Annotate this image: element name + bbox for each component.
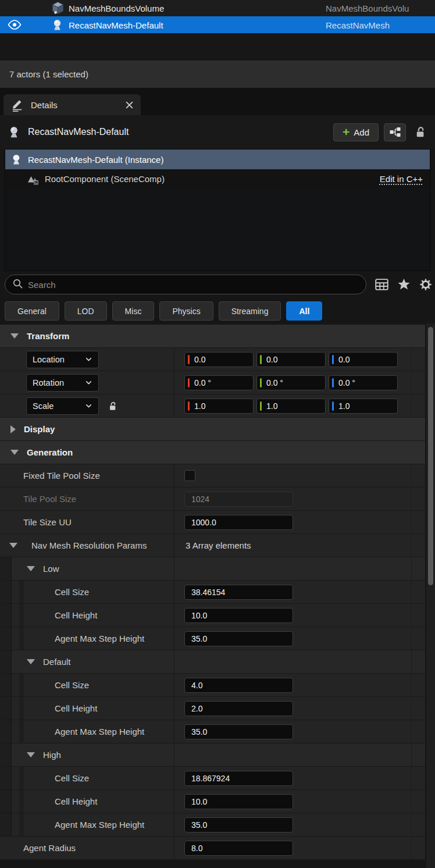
property-label: Cell Height [55,703,97,713]
property-grid: Transform Location0.00.00.0Rotation0.0 °… [0,325,425,860]
convert-to-blueprint-button[interactable] [384,123,406,141]
axis-value-input[interactable]: 0.0 ° [329,375,398,390]
value-input-cell-height[interactable]: 10.0 [184,608,293,623]
property-row-high[interactable]: High [0,744,425,767]
rotation-dropdown[interactable]: Rotation [26,374,99,392]
property-label: Tile Size UU [23,517,72,527]
indent-guide [19,627,24,650]
expander-icon[interactable] [27,659,35,664]
value-text: 10.0 [191,611,207,620]
property-row-nav-mesh-resolution-params[interactable]: Nav Mesh Resolution Params3 Array elemen… [0,534,425,557]
filter-streaming[interactable]: Streaming [219,301,281,321]
axis-value-input[interactable]: 0.0 [256,352,326,367]
value-input-tile-pool-size[interactable]: 1024 [184,492,293,507]
value-input-tile-size-uu[interactable]: 1000.0 [184,515,293,530]
value-input-cell-height[interactable]: 10.0 [184,794,293,809]
axis-value-input[interactable]: 1.0 [256,399,326,414]
section-label: Display [24,424,55,434]
filter-physics[interactable]: Physics [159,301,213,321]
filter-all[interactable]: All [286,301,322,321]
transform-row-rotation: Rotation0.0 °0.0 °0.0 ° [0,371,425,394]
add-button-label: Add [354,127,369,137]
expander-icon[interactable] [10,450,19,455]
property-row-cell-height: Cell Height10.0 [0,790,425,813]
property-label: Agent Radius [23,843,76,853]
chevron-down-icon [85,355,92,363]
axis-color-bar [260,355,262,364]
indent-guide [19,790,24,813]
search-input[interactable] [28,280,358,290]
value-input-agent-max-step-height[interactable]: 35.0 [184,724,293,739]
property-label: Tile Pool Size [23,494,76,504]
component-row-instance[interactable]: RecastNavMesh-Default (Instance) [5,150,430,169]
tab-details[interactable]: Details [3,94,141,115]
favorites-star-icon[interactable] [397,278,411,292]
component-row-rootcomponent[interactable]: C RootComponent (SceneComp) Edit in C++ [5,169,430,188]
axis-color-bar [260,378,262,387]
value-input-cell-size[interactable]: 18.867924 [184,771,293,786]
property-row-agent-max-step-height: Agent Max Step Height35.0 [0,813,425,837]
property-row-low[interactable]: Low [0,557,425,581]
property-row-cell-size: Cell Size18.867924 [0,767,425,790]
visibility-eye-icon[interactable] [8,20,22,32]
axis-value: 0.0 [338,355,350,364]
value-text: 8.0 [191,844,202,853]
value-input-agent-radius[interactable]: 8.0 [184,841,293,856]
expander-icon[interactable] [9,543,17,548]
value-input-agent-max-step-height[interactable]: 35.0 [184,817,293,833]
plus-icon: + [343,126,350,138]
details-header: RecastNavMesh-Default + Add [0,115,435,149]
expander-icon[interactable] [27,566,35,571]
close-icon[interactable] [126,101,133,109]
value-text: 10.0 [191,797,207,806]
axis-value: 0.0 [194,355,205,364]
value-text: 1000.0 [191,518,216,527]
search-box[interactable] [5,275,366,294]
value-input-cell-size[interactable]: 4.0 [184,678,293,693]
expander-icon[interactable] [10,333,19,339]
indent-guide [0,581,12,603]
axis-color-bar [332,401,334,411]
expander-icon[interactable] [10,425,16,433]
section-display[interactable]: Display [0,418,425,441]
add-component-button[interactable]: + Add [333,123,379,141]
indent-guide [19,767,24,789]
value-input-cell-height[interactable]: 2.0 [184,701,293,716]
axis-value-input[interactable]: 0.0 [184,352,254,367]
axis-value-input[interactable]: 1.0 [184,399,254,414]
value-input-cell-size[interactable]: 38.46154 [184,585,293,600]
edit-in-cpp-link[interactable]: Edit in C++ [380,174,425,184]
outliner-row-navmeshboundsvolume[interactable]: NavMeshBoundsVolume NavMeshBoundsVolu [0,0,435,16]
axis-value-input[interactable]: 1.0 [329,399,398,414]
display-options-grid-icon[interactable] [375,278,388,292]
section-transform[interactable]: Transform [0,325,425,348]
settings-gear-icon[interactable] [419,278,432,292]
property-label: Nav Mesh Resolution Params [31,540,147,550]
property-label: Agent Max Step Height [55,634,144,643]
outliner-row-recastnavmesh[interactable]: RecastNavMesh-Default RecastNavMesh [0,16,435,33]
value-text: 35.0 [191,820,207,830]
indent-guide [0,790,12,813]
scale-lock-open-icon[interactable] [108,401,117,411]
value-input-agent-max-step-height[interactable]: 35.0 [184,631,293,646]
actor-pawn-icon [10,154,22,165]
filter-lod[interactable]: LOD [65,301,107,321]
actor-pawn-icon [51,19,63,33]
axis-value-input[interactable]: 0.0 ° [256,375,326,390]
indent-guide [0,697,12,720]
scale-dropdown[interactable]: Scale [26,397,99,415]
expander-icon[interactable] [27,752,35,757]
filter-misc[interactable]: Misc [112,301,155,321]
property-row-default[interactable]: Default [0,650,425,674]
location-dropdown[interactable]: Location [26,351,99,368]
section-generation[interactable]: Generation [0,441,425,464]
axis-value-input[interactable]: 0.0 [329,352,398,367]
checkbox-fixed-tile-pool-size[interactable] [184,470,195,481]
tab-label: Details [31,100,58,110]
scrollbar-thumb[interactable] [428,327,433,585]
filter-general[interactable]: General [5,301,59,321]
axis-value-input[interactable]: 0.0 ° [184,375,254,390]
vertical-scrollbar[interactable] [426,323,435,868]
value-text: 35.0 [191,634,207,643]
lock-open-icon[interactable] [415,126,426,138]
